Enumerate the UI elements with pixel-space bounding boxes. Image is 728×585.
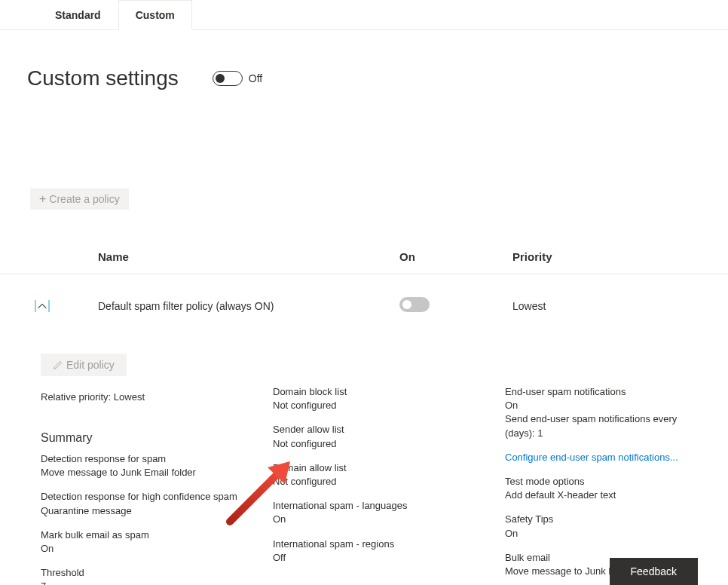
sender-allow-list-value: Not configured	[273, 437, 490, 451]
detection-spam-block: Detection response for spam Move message…	[41, 452, 258, 479]
intl-spam-lang-block: International spam - languages On	[273, 499, 490, 526]
toggle-knob	[216, 74, 225, 83]
plus-icon: +	[39, 193, 46, 205]
safety-tips-block: Safety Tips On	[505, 513, 701, 540]
sender-allow-list-block: Sender allow list Not configured	[273, 423, 490, 450]
domain-allow-list-label: Domain allow list	[273, 461, 490, 475]
detail-col-left: Edit policy Relative priority: Lowest Su…	[41, 354, 258, 585]
bulk-email-spam-block: Mark bulk email as spam On	[41, 528, 258, 556]
test-mode-label: Test mode options	[505, 475, 701, 489]
domain-block-list-block: Domain block list Not configured	[273, 385, 490, 412]
end-user-notif-label: End-user spam notifications	[505, 385, 701, 399]
tab-custom[interactable]: Custom	[118, 0, 192, 30]
detection-hc-spam-value: Quarantine message	[41, 504, 258, 518]
bulk-email-spam-label: Mark bulk email as spam	[41, 528, 258, 542]
test-mode-block: Test mode options Add default X-header t…	[505, 475, 701, 502]
safety-tips-label: Safety Tips	[505, 513, 701, 526]
intl-spam-lang-value: On	[273, 513, 490, 526]
policy-on-toggle[interactable]	[399, 297, 430, 312]
policy-on-toggle-cell	[399, 297, 512, 314]
create-policy-button[interactable]: + Create a policy	[30, 188, 129, 210]
detection-spam-label: Detection response for spam	[41, 452, 258, 466]
end-user-notif-days: Send end-user spam notifications every (…	[505, 412, 701, 440]
policy-name: Default spam filter policy (always ON)	[98, 300, 399, 312]
end-user-notif-value: On	[505, 399, 701, 412]
detection-hc-spam-block: Detection response for high confidence s…	[41, 490, 258, 517]
tab-bar: Standard Custom	[0, 0, 728, 30]
intl-spam-lang-label: International spam - languages	[273, 499, 490, 513]
safety-tips-value: On	[505, 527, 701, 541]
tab-standard[interactable]: Standard	[38, 0, 118, 29]
expand-cell[interactable]	[27, 300, 98, 312]
detail-col-right: End-user spam notifications On Send end-…	[505, 354, 701, 585]
chevron-highlight-right	[48, 300, 50, 312]
test-mode-value: Add default X-header text	[505, 489, 701, 502]
relative-priority: Relative priority: Lowest	[41, 391, 258, 403]
create-policy-label: Create a policy	[49, 193, 119, 205]
domain-allow-list-value: Not configured	[273, 475, 490, 489]
edit-policy-button[interactable]: Edit policy	[41, 354, 127, 376]
policy-table-header: Name On Priority	[0, 210, 728, 274]
bulk-email-spam-value: On	[41, 542, 258, 556]
col-expand-header	[27, 250, 98, 263]
domain-block-list-value: Not configured	[273, 399, 490, 412]
edit-row: Edit policy	[41, 354, 258, 376]
detection-hc-spam-label: Detection response for high confidence s…	[41, 490, 258, 504]
detection-spam-value: Move message to Junk Email folder	[41, 466, 258, 479]
sender-allow-list-label: Sender allow list	[273, 423, 490, 436]
page-title: Custom settings	[27, 66, 179, 90]
col-priority-header: Priority	[512, 250, 701, 263]
col-on-header: On	[399, 250, 512, 263]
col-name-header: Name	[98, 250, 399, 263]
detail-col-middle: Domain block list Not configured Sender …	[273, 354, 490, 585]
policy-detail: Edit policy Relative priority: Lowest Su…	[0, 325, 728, 585]
summary-heading: Summary	[41, 431, 258, 445]
pencil-icon	[53, 360, 63, 370]
custom-settings-toggle-wrap: Off	[213, 71, 262, 86]
intl-spam-region-label: International spam - regions	[273, 538, 490, 551]
edit-policy-label: Edit policy	[66, 359, 115, 371]
end-user-notif-block: End-user spam notifications On Send end-…	[505, 385, 701, 440]
chevron-up-icon[interactable]	[36, 300, 48, 312]
policy-priority: Lowest	[512, 300, 701, 312]
toggle-state-label: Off	[249, 72, 262, 84]
configure-link-block: Configure end-user spam notifications...	[505, 451, 701, 464]
intl-spam-region-block: International spam - regions Off	[273, 538, 490, 565]
threshold-label: Threshold	[41, 566, 258, 580]
configure-notifications-link[interactable]: Configure end-user spam notifications...	[505, 452, 678, 463]
domain-allow-list-block: Domain allow list Not configured	[273, 461, 490, 489]
mini-toggle-knob	[402, 300, 411, 309]
domain-block-list-label: Domain block list	[273, 385, 490, 399]
custom-settings-toggle[interactable]	[213, 71, 243, 86]
threshold-block: Threshold 7	[41, 566, 258, 585]
threshold-value: 7	[41, 580, 258, 585]
intl-spam-region-value: Off	[273, 551, 490, 565]
feedback-button[interactable]: Feedback	[610, 558, 698, 585]
policy-row[interactable]: Default spam filter policy (always ON) L…	[0, 274, 728, 325]
action-bar: + Create a policy	[0, 90, 728, 210]
page-header: Custom settings Off	[0, 30, 728, 90]
